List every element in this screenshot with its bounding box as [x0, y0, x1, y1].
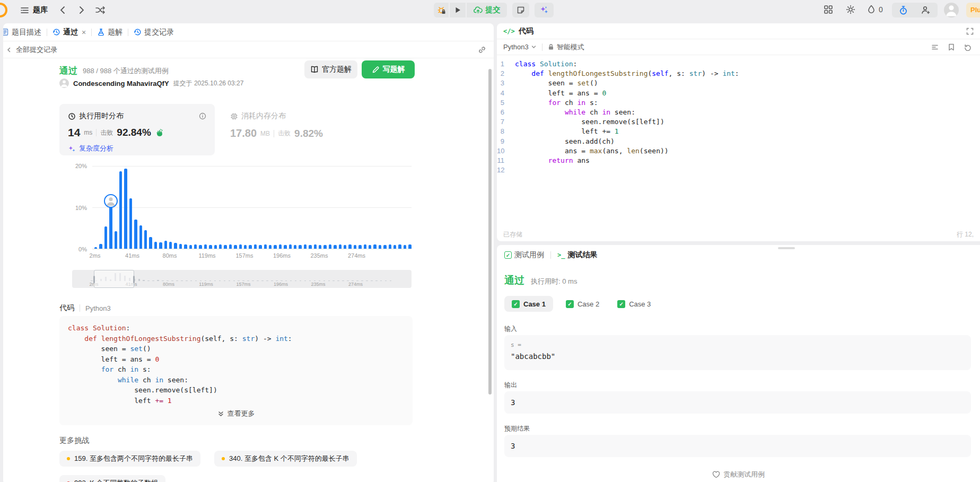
tab-accepted[interactable]: 通过 ×	[52, 28, 86, 37]
runtime-bar[interactable]	[224, 245, 226, 249]
runtime-bar[interactable]	[109, 206, 112, 249]
prev-problem-button[interactable]	[57, 4, 69, 16]
runtime-bar[interactable]	[209, 245, 212, 249]
runtime-bar[interactable]	[194, 244, 197, 249]
runtime-bar[interactable]	[269, 245, 272, 249]
chart-range-brush[interactable]: 2ms41ms80ms119ms157ms196ms235ms274ms	[72, 270, 412, 288]
runtime-bar[interactable]	[408, 244, 411, 249]
editor-code-lines[interactable]: 1class Solution:2 def lengthOfLongestSub…	[497, 55, 980, 175]
runtime-bar[interactable]	[389, 244, 391, 249]
editor-line[interactable]: 2 def lengthOfLongestSubstring(self, s: …	[497, 69, 980, 78]
runtime-bar[interactable]	[369, 245, 371, 249]
runtime-bar[interactable]	[104, 226, 107, 249]
runtime-bar[interactable]	[94, 247, 97, 249]
write-solution-button[interactable]: 写题解	[362, 60, 415, 78]
editor-line[interactable]: 10 ans = max(ans, len(seen))	[497, 146, 980, 156]
output-box[interactable]: 3	[504, 391, 971, 414]
user-avatar[interactable]	[944, 3, 959, 17]
submitter-avatar[interactable]	[59, 78, 69, 88]
complexity-analysis-link[interactable]: 复杂度分析	[59, 139, 215, 153]
runtime-bar[interactable]	[279, 244, 282, 249]
runtime-bar[interactable]	[393, 245, 396, 249]
problem-list-button[interactable]: 题库	[20, 0, 48, 20]
runtime-bar[interactable]	[274, 245, 276, 249]
runtime-bar[interactable]	[404, 245, 406, 249]
memory-stat-card[interactable]: 消耗内存分布 17.80 MB 击败 9.82%	[230, 104, 384, 155]
debug-button[interactable]	[434, 3, 449, 17]
bookmark-icon[interactable]	[948, 43, 955, 51]
contribute-testcase-link[interactable]: 贡献测试用例	[497, 470, 980, 479]
runtime-bar[interactable]	[174, 243, 177, 249]
runtime-stat-card[interactable]: 执行用时分布 14 ms 击败 92.84% 复杂度分析	[59, 104, 215, 155]
runtime-bar[interactable]	[115, 231, 117, 249]
case-2-tab[interactable]: ✓ Case 2	[561, 296, 605, 312]
submitter-name[interactable]: Condescending MahaviraQfY	[73, 80, 169, 87]
runtime-bar[interactable]	[229, 244, 232, 249]
leetcode-logo[interactable]	[0, 3, 7, 17]
runtime-bar[interactable]	[214, 245, 217, 249]
runtime-bar[interactable]	[119, 171, 122, 249]
editor-line[interactable]: 12	[497, 165, 980, 175]
panel-resize-handle[interactable]	[778, 247, 795, 249]
ai-assistant-button[interactable]	[535, 3, 554, 17]
runtime-bar[interactable]	[398, 244, 401, 249]
challenge-link-159[interactable]: 159. 至多包含两个不同字符的最长子串	[59, 451, 200, 467]
runtime-bar[interactable]	[244, 245, 247, 249]
runtime-bar[interactable]	[179, 244, 182, 249]
tab-description[interactable]: 题目描述	[3, 28, 41, 37]
runtime-chart-plot[interactable]	[92, 166, 412, 249]
editor-line[interactable]: 4 left = ans = 0	[497, 89, 980, 98]
runtime-bar[interactable]	[299, 245, 301, 249]
runtime-bar[interactable]	[189, 245, 192, 249]
editor-line[interactable]: 1class Solution:	[497, 59, 980, 69]
input-box[interactable]: s = "abcabcbb"	[504, 335, 971, 370]
runtime-bar[interactable]	[124, 169, 127, 249]
runtime-bar[interactable]	[314, 244, 317, 249]
challenge-link-340[interactable]: 340. 至多包含 K 个不同字符的最长子串	[214, 451, 357, 467]
runtime-bar[interactable]	[249, 245, 251, 249]
runtime-bar[interactable]	[294, 245, 296, 249]
runtime-bar[interactable]	[259, 245, 261, 249]
runtime-bar[interactable]	[354, 245, 356, 249]
copy-link-icon[interactable]	[478, 46, 486, 54]
runtime-bar[interactable]	[323, 245, 326, 249]
tab-testcase[interactable]: ✓ 测试用例	[504, 250, 544, 260]
editor-line[interactable]: 8 left += 1	[497, 127, 980, 136]
runtime-bar[interactable]	[383, 245, 386, 249]
left-panel-scrollbar[interactable]	[488, 69, 492, 395]
case-3-tab[interactable]: ✓ Case 3	[612, 296, 656, 312]
submit-button[interactable]: 提交	[467, 3, 507, 17]
editor-line[interactable]: 3 seen = set()	[497, 78, 980, 88]
runtime-bar[interactable]	[373, 244, 376, 249]
runtime-bar[interactable]	[264, 244, 267, 249]
runtime-bar[interactable]	[149, 237, 152, 249]
runtime-bar[interactable]	[239, 244, 242, 249]
editor-line[interactable]: 6 while ch in seen:	[497, 108, 980, 117]
brush-handle-right[interactable]	[133, 276, 135, 283]
runtime-bar[interactable]	[219, 244, 222, 249]
runtime-bar[interactable]	[379, 245, 381, 249]
case-1-tab[interactable]: ✓ Case 1	[504, 296, 553, 312]
run-button[interactable]	[450, 3, 466, 17]
tab-submissions[interactable]: 提交记录	[134, 28, 174, 37]
runtime-bar[interactable]	[289, 244, 292, 249]
official-solution-button[interactable]: 官方题解	[304, 60, 357, 78]
show-more-button[interactable]: 查看更多	[68, 409, 404, 418]
runtime-bar[interactable]	[304, 244, 307, 249]
runtime-bar[interactable]	[234, 245, 237, 249]
runtime-bar[interactable]	[254, 244, 257, 249]
language-selector[interactable]: Python3	[503, 43, 537, 51]
runtime-bar[interactable]	[204, 244, 207, 249]
runtime-bar[interactable]	[154, 242, 157, 249]
editor-line[interactable]: 9 seen.add(ch)	[497, 137, 980, 146]
timer-stopwatch-icon[interactable]	[898, 5, 908, 15]
tab-solutions[interactable]: 题解	[97, 28, 122, 37]
editor-line[interactable]: 5 for ch in s:	[497, 98, 980, 108]
notes-button[interactable]	[512, 3, 529, 17]
fullscreen-icon[interactable]	[966, 28, 974, 35]
editor-line[interactable]: 11 return ans	[497, 156, 980, 165]
all-submissions-link[interactable]: 全部提交记录	[5, 45, 57, 55]
runtime-bar[interactable]	[329, 244, 331, 249]
runtime-bar[interactable]	[344, 245, 346, 249]
runtime-bar[interactable]	[99, 244, 102, 249]
